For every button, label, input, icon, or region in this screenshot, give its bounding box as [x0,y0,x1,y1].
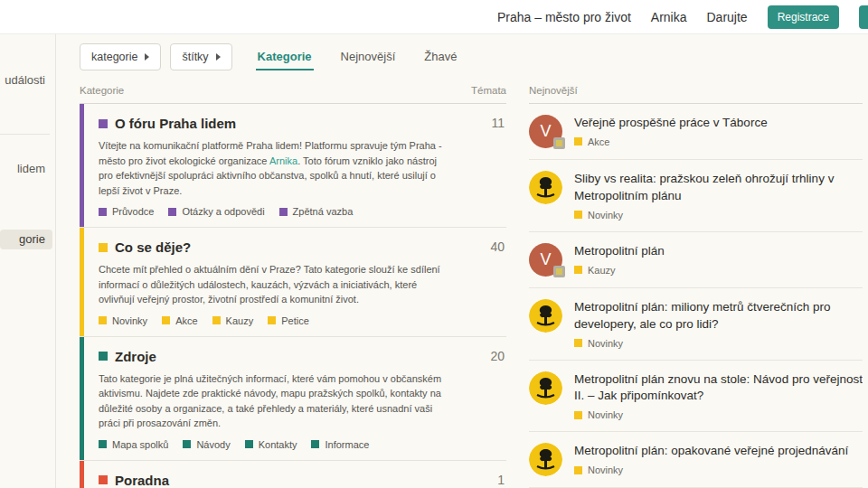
subcategory-color-square-icon [311,440,319,448]
category-color-square-icon [99,243,108,252]
topic-title[interactable]: Metropolitní plán [574,243,665,260]
subcategory-item[interactable]: Otázky a odpovědi [168,206,264,217]
latest-topic-row: V Metropolitní plán Kauzy [529,232,863,288]
topic-tag[interactable]: Novinky [574,409,863,420]
filter-dropdown-button[interactable]: štítky [170,43,231,70]
tag-color-square-icon [574,137,582,145]
subcategory-color-square-icon [279,208,288,216]
subcategory-color-square-icon [268,316,276,324]
subcategory-color-square-icon [162,316,170,324]
category-description: Vítejte na komunikační platformě Praha l… [99,138,453,198]
login-button-partial[interactable] [859,5,868,29]
arnika-logo-avatar [529,299,562,333]
topic-tag[interactable]: Akce [574,136,768,147]
tag-color-square-icon [574,466,582,474]
category-topic-count: 1 [497,473,505,487]
sidebar-item[interactable]: události [0,70,52,90]
subcategory-list: Mapa spolků Návody Kontakty Informace [99,439,494,450]
tag-color-square-icon [574,266,582,274]
topic-title[interactable]: Metropolitní plán znovu na stole: Návod … [574,371,863,406]
tag-color-square-icon [574,211,582,219]
subcategory-item[interactable]: Petice [268,315,309,326]
latest-topic-row: Metropolitní plán: opakované veřejné pro… [529,432,863,488]
category-row: Poradna Potřebujete se poradit s ostatní… [80,461,506,488]
arnika-logo-avatar [529,171,562,204]
category-title[interactable]: Co se děje? [115,239,191,255]
tag-color-square-icon [574,411,582,419]
nav-link-arnika[interactable]: Arnika [651,10,687,24]
nav-link-site-title[interactable]: Praha – město pro život [497,10,631,24]
sidebar: událostilidemgorie [0,34,56,488]
topics-count-header-label: Témata [471,85,506,96]
topic-title[interactable]: Sliby vs realita: pražskou zeleň ohrožuj… [574,171,863,205]
avatar-flair-badge-icon [553,137,565,149]
subcategory-item[interactable]: Akce [162,315,197,326]
tag-color-square-icon [574,339,582,347]
subcategory-item[interactable]: Průvodce [99,206,154,217]
topic-avatar[interactable] [529,299,562,333]
arnika-logo-avatar [529,371,562,405]
latest-header-label: Nejnovější [529,85,578,96]
subcategory-item[interactable]: Návody [183,439,230,450]
sidebar-divider [0,134,50,135]
category-title[interactable]: Zdroje [115,349,156,364]
topic-avatar[interactable]: V [529,243,562,277]
caret-right-icon [145,53,149,61]
content-columns: Kategorie Témata O fóru Praha lidem Víte… [80,85,868,488]
category-row: Zdroje Tato kategorie je plná užitečných… [80,337,506,461]
main-content: kategorie štítky KategorieNejnovějšíŽhav… [56,34,868,488]
nav-link-darujte[interactable]: Darujte [707,10,748,24]
latest-topic-row: Metropolitní plán: miliony metrů čtvereč… [529,288,863,361]
list-controls: kategorie štítky KategorieNejnovějšíŽhav… [80,43,868,70]
category-title[interactable]: Poradna [115,473,169,488]
filter-dropdown-button[interactable]: kategorie [80,43,161,70]
category-topic-count: 40 [490,239,505,254]
topic-avatar[interactable]: V [529,115,562,148]
nav-tab[interactable]: Kategorie [256,44,314,70]
topic-tag[interactable]: Novinky [574,210,863,221]
subcategory-color-square-icon [99,440,107,448]
category-color-square-icon [99,119,108,128]
topic-tag[interactable]: Novinky [574,338,863,349]
sidebar-item[interactable]: gorie [0,230,52,249]
category-description: Chcete mít přehled o aktuálním dění v Pr… [99,262,453,307]
categories-column-header: Kategorie Témata [80,85,506,104]
subcategory-color-square-icon [99,316,107,324]
subcategory-item[interactable]: Kontakty [245,439,297,450]
category-color-square-icon [99,352,108,361]
categories-header-label: Kategorie [80,85,124,96]
topic-title[interactable]: Veřejně prospěšné práce v Táborce [574,115,768,132]
subcategory-item[interactable]: Informace [311,439,369,450]
subcategory-color-square-icon [99,208,107,216]
topic-title[interactable]: Metropolitní plán: miliony metrů čtvereč… [574,299,863,333]
nav-tab[interactable]: Žhavé [422,44,458,70]
subcategory-list: Průvodce Otázky a odpovědi Zpětná vazba [99,206,494,217]
register-button[interactable]: Registrace [768,5,839,29]
category-row: Co se děje? Chcete mít přehled o aktuáln… [80,228,506,337]
subcategory-item[interactable]: Kauzy [212,315,254,326]
latest-column-header: Nejnovější [529,85,863,104]
category-row: O fóru Praha lidem Vítejte na komunikačn… [80,104,506,228]
subcategory-item[interactable]: Mapa spolků [99,439,168,450]
category-description-link[interactable]: Arnika [269,155,297,166]
arnika-logo-avatar [529,443,562,476]
nav-tab[interactable]: Nejnovější [339,44,398,70]
avatar-flair-badge-icon [553,266,565,277]
categories-column: Kategorie Témata O fóru Praha lidem Víte… [80,85,506,488]
topic-avatar[interactable] [529,371,562,405]
subcategory-item[interactable]: Zpětná vazba [279,206,354,217]
category-title[interactable]: O fóru Praha lidem [115,116,236,131]
category-description: Tato kategorie je plná užitečných inform… [99,371,453,431]
latest-column: Nejnovější V Veřejně prospěšné práce v T… [529,85,863,488]
topic-title[interactable]: Metropolitní plán: opakované veřejné pro… [574,443,848,460]
topic-avatar[interactable] [529,171,562,204]
subcategory-item[interactable]: Novinky [99,315,147,326]
topic-tag[interactable]: Kauzy [574,265,665,276]
topic-tag[interactable]: Novinky [574,465,848,475]
subcategory-color-square-icon [212,316,221,324]
latest-topic-row: Metropolitní plán znovu na stole: Návod … [529,361,863,433]
sidebar-item[interactable]: lidem [0,159,52,179]
subcategory-color-square-icon [245,440,253,448]
topic-avatar[interactable] [529,443,562,476]
caret-right-icon [216,53,221,61]
